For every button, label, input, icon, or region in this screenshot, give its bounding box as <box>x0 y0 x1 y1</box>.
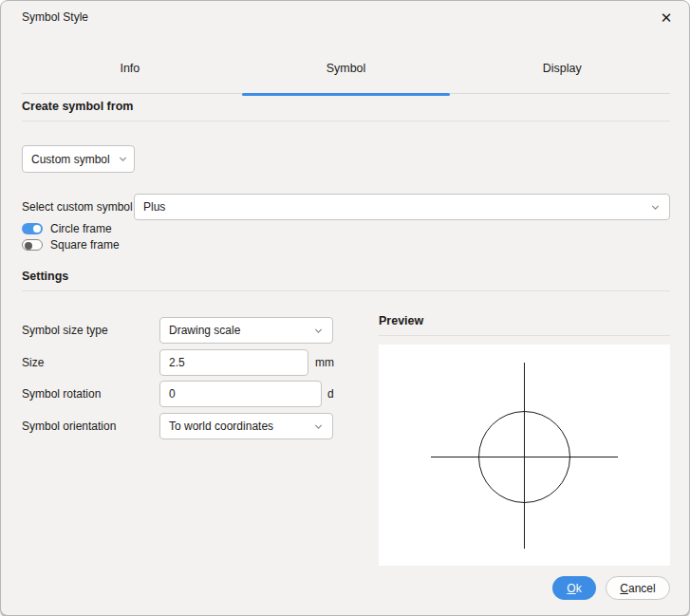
symbol-orientation-value: To world coordinates <box>169 420 273 433</box>
tab-info-label: Info <box>120 62 140 93</box>
symbol-style-dialog: Symbol Style ✕ Info Symbol Display Creat… <box>0 0 690 616</box>
tab-display-label: Display <box>543 62 582 93</box>
custom-symbol-value: Plus <box>143 200 165 214</box>
symbol-source-select[interactable]: Custom symbol <box>22 145 135 173</box>
symbol-orientation-label: Symbol orientation <box>22 413 116 439</box>
circle-frame-row: Circle frame <box>22 222 112 235</box>
custom-symbol-select[interactable]: Plus <box>134 194 670 220</box>
ok-button[interactable]: Ok <box>552 576 596 600</box>
settings-heading: Settings <box>22 270 670 291</box>
chevron-down-icon <box>313 326 324 336</box>
symbol-orientation-select[interactable]: To world coordinates <box>159 413 333 439</box>
plus-with-circle-frame-icon <box>379 345 670 566</box>
square-frame-label: Square frame <box>50 238 120 252</box>
create-symbol-from-heading: Create symbol from <box>22 100 670 121</box>
cancel-button[interactable]: Cancel <box>606 576 670 600</box>
square-frame-row: Square frame <box>22 238 120 252</box>
close-icon[interactable]: ✕ <box>656 8 677 28</box>
symbol-rotation-input[interactable] <box>159 381 322 407</box>
tab-bar: Info Symbol Display <box>22 57 670 94</box>
toggle-knob <box>25 242 32 250</box>
circle-frame-toggle[interactable] <box>22 223 43 234</box>
chevron-down-icon <box>118 154 128 164</box>
tab-display[interactable]: Display <box>454 57 670 93</box>
symbol-source-value: Custom symbol <box>31 153 110 166</box>
circle-frame-label: Circle frame <box>50 222 112 235</box>
symbol-rotation-label: Symbol rotation <box>22 381 101 407</box>
chevron-down-icon <box>650 202 661 213</box>
chevron-down-icon <box>313 421 324 432</box>
size-label: Size <box>22 349 44 376</box>
tab-symbol[interactable]: Symbol <box>238 57 455 93</box>
symbol-size-type-select[interactable]: Drawing scale <box>159 317 333 344</box>
tab-info[interactable]: Info <box>22 57 238 93</box>
select-custom-symbol-label: Select custom symbol <box>22 194 133 220</box>
rotation-unit-label: d <box>327 381 334 407</box>
symbol-preview-panel <box>379 345 670 566</box>
square-frame-toggle[interactable] <box>22 239 43 251</box>
symbol-size-type-label: Symbol size type <box>22 317 108 344</box>
toggle-knob <box>33 225 41 233</box>
cancel-button-label: Cancel <box>620 582 655 595</box>
preview-heading: Preview <box>379 314 670 336</box>
ok-button-label: Ok <box>567 582 581 595</box>
window-title: Symbol Style <box>22 10 88 24</box>
tab-symbol-label: Symbol <box>326 62 366 93</box>
size-unit-label: mm <box>315 349 334 376</box>
size-input[interactable] <box>159 349 308 376</box>
symbol-size-type-value: Drawing scale <box>169 324 240 337</box>
